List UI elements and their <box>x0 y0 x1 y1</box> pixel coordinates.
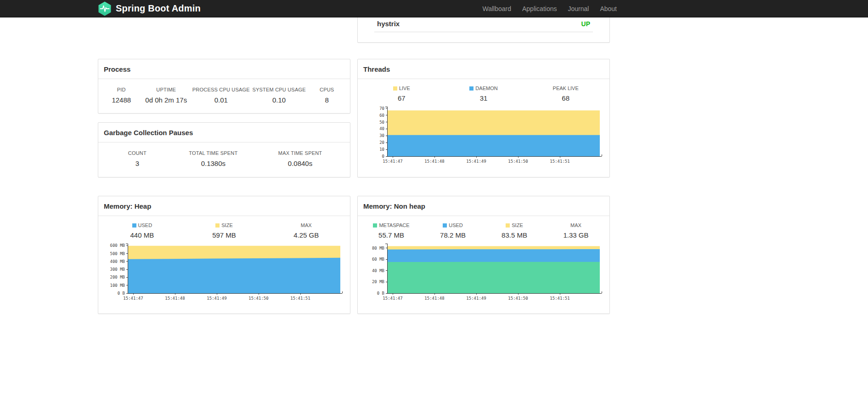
metric-gc-max-time: MAX TIME SPENT 0.0840s <box>253 150 347 167</box>
memory-nonheap-panel: Memory: Non heap METASPACE 55.7 MB USED … <box>357 196 610 314</box>
nav-item-applications[interactable]: Applications <box>517 5 563 12</box>
svg-text:40 MB: 40 MB <box>372 268 384 273</box>
panel-title-memory-nonheap: Memory: Non heap <box>358 196 609 216</box>
svg-text:100 MB: 100 MB <box>110 283 125 288</box>
svg-text:60 MB: 60 MB <box>372 257 384 262</box>
svg-text:15:41:51: 15:41:51 <box>550 296 569 301</box>
svg-text:15:41:50: 15:41:50 <box>508 159 528 164</box>
svg-text:80 MB: 80 MB <box>372 246 384 251</box>
panel-title-memory-heap: Memory: Heap <box>98 196 350 216</box>
gc-panel: Garbage Collection Pauses COUNT 3 TOTAL … <box>98 122 350 177</box>
legend-swatch-metaspace <box>373 223 377 228</box>
nav-item-journal[interactable]: Journal <box>562 5 594 12</box>
svg-text:300 MB: 300 MB <box>110 267 125 272</box>
svg-text:15:41:50: 15:41:50 <box>248 296 268 301</box>
process-metrics: PID 12488 UPTIME 0d 0h 2m 17s PROCESS CP… <box>98 79 350 104</box>
metric-uptime: UPTIME 0d 0h 2m 17s <box>142 87 191 104</box>
svg-text:60: 60 <box>379 113 384 118</box>
svg-text:10: 10 <box>379 147 384 152</box>
svg-text:500 MB: 500 MB <box>110 251 125 256</box>
svg-text:70: 70 <box>379 106 384 111</box>
svg-text:15:41:47: 15:41:47 <box>123 296 143 301</box>
svg-text:600 MB: 600 MB <box>110 243 125 248</box>
legend-swatch-size <box>215 223 220 228</box>
metric-gc-total-time: TOTAL TIME SPENT 0.1380s <box>174 150 253 167</box>
legend-swatch-used <box>132 223 136 228</box>
process-panel: Process PID 12488 UPTIME 0d 0h 2m 17s PR… <box>98 59 350 114</box>
panel-title-process: Process <box>98 59 350 79</box>
svg-text:40: 40 <box>379 126 384 131</box>
application-row-hystrix[interactable]: hystrix UP <box>374 17 593 32</box>
spring-boot-admin-logo-icon <box>98 1 112 16</box>
legend-heap-max: MAX 4.25 GB <box>265 222 347 239</box>
svg-text:20 MB: 20 MB <box>372 279 384 284</box>
legend-nonheap-size: SIZE 83.5 MB <box>484 222 545 239</box>
legend-heap-used: USED 440 MB <box>101 222 183 239</box>
legend-swatch-size <box>506 223 510 228</box>
svg-text:15:41:51: 15:41:51 <box>550 159 569 164</box>
svg-text:15:41:51: 15:41:51 <box>290 296 310 301</box>
panel-title-threads: Threads <box>358 59 609 79</box>
svg-text:20: 20 <box>379 140 384 145</box>
right-column: hystrix UP Threads LIVE 67 DAEMON <box>357 17 610 314</box>
left-column: Process PID 12488 UPTIME 0d 0h 2m 17s PR… <box>98 17 350 314</box>
metric-pid: PID 12488 <box>101 87 142 104</box>
svg-text:15:41:50: 15:41:50 <box>508 296 528 301</box>
nav-item-about[interactable]: About <box>594 5 617 12</box>
svg-text:15:41:49: 15:41:49 <box>207 296 226 301</box>
svg-text:30: 30 <box>379 133 384 138</box>
nav-links: Wallboard Applications Journal About <box>477 5 617 12</box>
svg-text:15:41:49: 15:41:49 <box>466 159 486 164</box>
svg-text:0: 0 <box>382 154 384 159</box>
main-content: Process PID 12488 UPTIME 0d 0h 2m 17s PR… <box>98 17 610 314</box>
application-name[interactable]: hystrix <box>377 20 400 28</box>
legend-swatch-used <box>443 223 447 228</box>
metric-process-cpu-usage: PROCESS CPU USAGE 0.01 <box>191 87 252 104</box>
metric-cpus: CPUS 8 <box>306 87 347 104</box>
panel-title-gc: Garbage Collection Pauses <box>98 123 350 142</box>
threads-chart: 01020304050607015:41:4715:41:4815:41:491… <box>363 103 604 165</box>
memory-heap-chart: 0 B100 MB200 MB300 MB400 MB500 MB600 MB1… <box>104 240 345 302</box>
svg-text:0 B: 0 B <box>118 291 125 296</box>
memory-nonheap-chart: 0 B20 MB40 MB60 MB80 MB15:41:4715:41:481… <box>363 240 604 302</box>
svg-text:15:41:47: 15:41:47 <box>383 159 402 164</box>
legend-peak-live: PEAK LIVE 68 <box>524 85 607 102</box>
nav-item-wallboard[interactable]: Wallboard <box>477 5 517 12</box>
navbar: Spring Boot Admin Wallboard Applications… <box>0 0 868 17</box>
svg-text:15:41:47: 15:41:47 <box>383 296 402 301</box>
threads-panel: Threads LIVE 67 DAEMON 31 <box>357 59 610 177</box>
svg-text:400 MB: 400 MB <box>110 259 125 264</box>
memory-heap-panel: Memory: Heap USED 440 MB SIZE 597 MB <box>98 196 350 314</box>
heap-legend: USED 440 MB SIZE 597 MB MAX 4 <box>98 216 350 239</box>
nonheap-legend: METASPACE 55.7 MB USED 78.2 MB SIZE <box>358 216 609 239</box>
brand-link[interactable]: Spring Boot Admin <box>98 1 201 16</box>
svg-text:15:41:48: 15:41:48 <box>424 159 444 164</box>
legend-swatch-live <box>393 86 397 91</box>
metric-system-cpu-usage: SYSTEM CPU USAGE 0.10 <box>252 87 307 104</box>
legend-swatch-daemon <box>469 86 473 91</box>
legend-heap-size: SIZE 597 MB <box>183 222 265 239</box>
gc-metrics: COUNT 3 TOTAL TIME SPENT 0.1380s MAX TIM… <box>98 142 350 167</box>
legend-metaspace: METASPACE 55.7 MB <box>361 222 422 239</box>
metric-gc-count: COUNT 3 <box>101 150 174 167</box>
legend-live: LIVE 67 <box>361 85 443 102</box>
threads-legend: LIVE 67 DAEMON 31 PEAK LIVE 6 <box>358 79 609 102</box>
legend-daemon: DAEMON 31 <box>443 85 525 102</box>
status-badge: UP <box>581 20 590 28</box>
svg-text:50: 50 <box>379 120 384 125</box>
navbar-container: Spring Boot Admin Wallboard Applications… <box>98 0 617 17</box>
brand-title: Spring Boot Admin <box>116 3 201 14</box>
legend-nonheap-used: USED 78.2 MB <box>422 222 484 239</box>
svg-text:200 MB: 200 MB <box>110 275 125 279</box>
svg-text:15:41:49: 15:41:49 <box>466 296 486 301</box>
svg-text:15:41:48: 15:41:48 <box>165 296 185 301</box>
legend-nonheap-max: MAX 1.33 GB <box>545 222 607 239</box>
svg-text:0 B: 0 B <box>377 291 384 296</box>
svg-text:15:41:48: 15:41:48 <box>424 296 444 301</box>
